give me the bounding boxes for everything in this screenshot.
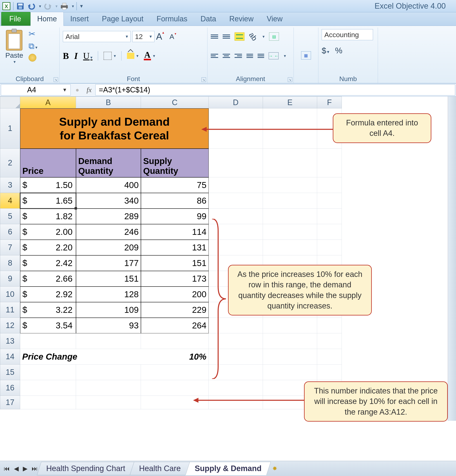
undo-dropdown-icon[interactable]: ▾ xyxy=(39,4,41,8)
cell-A9[interactable]: $2.66 xyxy=(20,271,76,287)
cell-B13[interactable] xyxy=(76,333,141,349)
cell-E15[interactable] xyxy=(263,365,317,380)
cell-C3[interactable]: 75 xyxy=(141,177,209,193)
paste-dropdown-icon[interactable]: ▾ xyxy=(14,59,16,64)
alignment-dialog-launcher-icon[interactable]: ↘ xyxy=(288,77,292,82)
cell-A4[interactable]: $1.65 xyxy=(20,193,76,209)
cell-E5[interactable] xyxy=(263,209,317,224)
cell-B17[interactable] xyxy=(76,396,141,409)
cell-A5[interactable]: $1.82 xyxy=(20,209,76,224)
cell-F12[interactable] xyxy=(317,318,342,333)
cell-C13[interactable] xyxy=(141,333,209,349)
tab-data[interactable]: Data xyxy=(194,12,223,26)
cell-C17[interactable] xyxy=(141,396,209,409)
cell-E12[interactable] xyxy=(263,318,317,333)
underline-button[interactable]: U▾ xyxy=(83,51,92,61)
print-dropdown-icon[interactable]: ▾ xyxy=(72,4,74,8)
excel-app-icon[interactable]: X xyxy=(2,2,11,10)
cell-A8[interactable]: $2.42 xyxy=(20,255,76,271)
row-header-11[interactable]: 11 xyxy=(0,302,20,318)
row-header-3[interactable]: 3 xyxy=(0,177,20,193)
cell-F5[interactable] xyxy=(317,209,342,224)
cell-A14[interactable]: Price Change xyxy=(20,349,141,365)
cell-B4[interactable]: 340 xyxy=(76,193,141,209)
cell-B12[interactable]: 93 xyxy=(76,318,141,333)
increase-font-icon[interactable]: A xyxy=(156,31,162,42)
insert-cells-icon[interactable]: ▦ xyxy=(301,51,311,60)
sheet-nav-next-icon[interactable]: ▶ xyxy=(21,465,29,472)
row-header-9[interactable]: 9 xyxy=(0,271,20,287)
cell-D16[interactable] xyxy=(209,380,263,396)
cell-F7[interactable] xyxy=(317,240,342,255)
cell-D3[interactable] xyxy=(209,177,263,193)
row-header-1[interactable]: 1 xyxy=(0,108,20,149)
cell-E4[interactable] xyxy=(263,193,317,209)
row-header-16[interactable]: 16 xyxy=(0,380,20,396)
accounting-format-button[interactable]: $▾ xyxy=(322,46,329,55)
row-header-13[interactable]: 13 xyxy=(0,333,20,349)
wrap-text-button[interactable]: ▤ xyxy=(269,33,279,41)
row-header-2[interactable]: 2 xyxy=(0,149,20,177)
cell-A13[interactable] xyxy=(20,333,76,349)
copy-icon[interactable]: ⧉▾ xyxy=(28,42,37,51)
new-sheet-icon[interactable]: ✸ xyxy=(268,465,281,472)
cell-B10[interactable]: 128 xyxy=(76,287,141,302)
cell-F3[interactable] xyxy=(317,177,342,193)
cell-C11[interactable]: 229 xyxy=(141,302,209,318)
cell-D6[interactable] xyxy=(209,224,263,240)
cell-E7[interactable] xyxy=(263,240,317,255)
customize-qat-icon[interactable]: ▾ xyxy=(80,3,83,9)
cell-C16[interactable] xyxy=(141,380,209,396)
cell-A16[interactable] xyxy=(20,380,76,396)
col-header-E[interactable]: E xyxy=(263,96,317,108)
cell-B11[interactable]: 109 xyxy=(76,302,141,318)
print-icon[interactable] xyxy=(60,2,69,10)
row-header-6[interactable]: 6 xyxy=(0,224,20,240)
cell-title[interactable]: Supply and Demandfor Breakfast Cereal xyxy=(20,108,209,149)
undo-icon[interactable] xyxy=(27,2,36,10)
cell-E13[interactable] xyxy=(263,333,317,349)
cell-A2[interactable]: Price xyxy=(20,149,76,177)
sheet-tab-supply-demand[interactable]: Supply & Demand xyxy=(185,462,271,475)
insert-function-icon[interactable]: fx xyxy=(87,86,92,94)
cell-E2[interactable] xyxy=(263,149,317,177)
col-header-C[interactable]: C xyxy=(141,96,209,108)
increase-indent-icon[interactable] xyxy=(258,54,264,58)
percent-format-button[interactable]: % xyxy=(335,46,342,55)
italic-button[interactable]: I xyxy=(74,51,78,61)
col-header-F[interactable]: F xyxy=(317,96,342,108)
font-dialog-launcher-icon[interactable]: ↘ xyxy=(202,77,206,82)
wrap-text-icon[interactable] xyxy=(235,33,245,41)
cell-E6[interactable] xyxy=(263,224,317,240)
cell-D2[interactable] xyxy=(209,149,263,177)
cell-C10[interactable]: 200 xyxy=(141,287,209,302)
bold-button[interactable]: B xyxy=(63,51,69,61)
cell-F2[interactable] xyxy=(317,149,342,177)
align-middle-icon[interactable] xyxy=(223,34,230,39)
font-color-button[interactable]: A▾ xyxy=(144,51,155,60)
redo-icon[interactable] xyxy=(44,2,52,10)
number-format-combo[interactable]: Accounting xyxy=(322,29,373,40)
cell-B2[interactable]: DemandQuantity xyxy=(76,149,141,177)
borders-button[interactable]: ▾ xyxy=(104,52,116,60)
formula-input[interactable]: =A3*(1+$C$14) xyxy=(95,84,455,95)
align-right-icon[interactable] xyxy=(235,54,242,58)
cell-F13[interactable] xyxy=(317,333,342,349)
sheet-nav-first-icon[interactable]: ⏮ xyxy=(2,465,11,472)
row-header-8[interactable]: 8 xyxy=(0,255,20,271)
cell-A15[interactable] xyxy=(20,365,76,380)
select-all-corner[interactable] xyxy=(0,96,20,108)
tab-view[interactable]: View xyxy=(260,12,289,26)
cell-E1[interactable] xyxy=(263,108,317,149)
sheet-tab-health-care[interactable]: Health Care xyxy=(130,462,190,475)
format-painter-icon[interactable] xyxy=(28,54,36,62)
sheet-tab-health-spending[interactable]: Health Spending Chart xyxy=(37,462,135,475)
cell-A10[interactable]: $2.92 xyxy=(20,287,76,302)
row-header-15[interactable]: 15 xyxy=(0,365,20,380)
row-header-7[interactable]: 7 xyxy=(0,240,20,255)
col-header-D[interactable]: D xyxy=(209,96,263,108)
merge-center-icon[interactable] xyxy=(269,52,279,59)
row-header-17[interactable]: 17 xyxy=(0,396,20,409)
save-icon[interactable] xyxy=(16,2,25,10)
cell-B6[interactable]: 246 xyxy=(76,224,141,240)
